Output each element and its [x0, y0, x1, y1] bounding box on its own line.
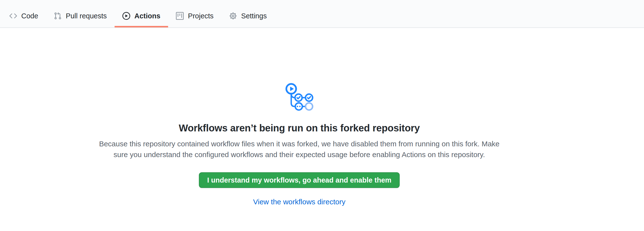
git-pull-request-icon — [54, 12, 62, 20]
actions-blankslate: Workflows aren’t being run on this forke… — [0, 83, 598, 206]
blankslate-description: Because this repository contained workfl… — [92, 138, 507, 160]
gear-icon — [229, 12, 237, 20]
tab-settings[interactable]: Settings — [221, 0, 274, 28]
workflow-graph-icon — [285, 83, 314, 111]
view-workflows-directory-link[interactable]: View the workflows directory — [253, 198, 346, 206]
tab-projects-label: Projects — [188, 13, 214, 20]
tab-settings-label: Settings — [241, 13, 267, 20]
tab-pull-requests-label: Pull requests — [66, 13, 107, 20]
tab-code[interactable]: Code — [2, 0, 46, 28]
blankslate-heading: Workflows aren’t being run on this forke… — [0, 123, 598, 134]
project-icon — [176, 12, 184, 20]
tab-projects[interactable]: Projects — [168, 0, 221, 28]
tab-actions[interactable]: Actions — [114, 0, 168, 28]
tab-code-label: Code — [21, 13, 38, 20]
tab-pull-requests[interactable]: Pull requests — [46, 0, 114, 28]
code-icon — [9, 12, 17, 20]
repo-nav: Code Pull requests Actions Projects — [0, 0, 644, 28]
play-icon — [122, 12, 130, 20]
tab-actions-label: Actions — [134, 13, 160, 20]
enable-workflows-button[interactable]: I understand my workflows, go ahead and … — [199, 172, 400, 188]
